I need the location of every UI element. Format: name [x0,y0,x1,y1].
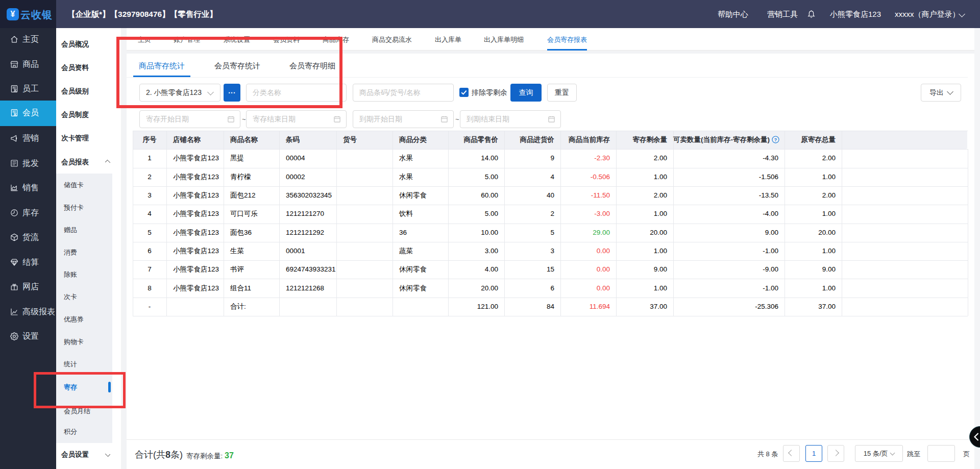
svg-text:?: ? [774,137,777,142]
